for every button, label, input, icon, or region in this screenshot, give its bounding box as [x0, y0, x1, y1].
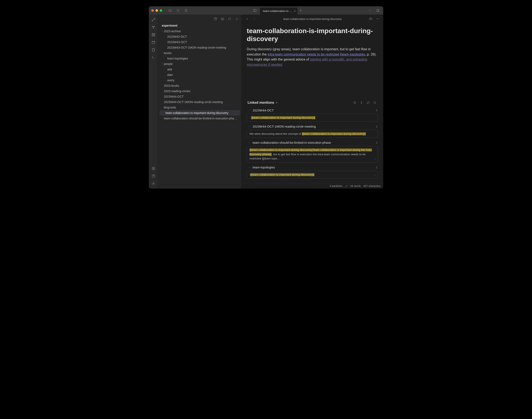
file-item[interactable]: 2023W42-OCT: [158, 34, 242, 39]
mention-group-header[interactable]: team-topologies1: [247, 164, 378, 170]
tree-item-label: ada: [167, 68, 172, 71]
mention-group: 2023W44-OCT-1MON-reading-circle-meeting1…: [247, 123, 378, 138]
file-item[interactable]: 2023W44-OCT: [158, 94, 242, 99]
nav-forward-button[interactable]: [252, 16, 257, 21]
main-panel: team-collaboration-is-important-during-d…: [242, 15, 383, 189]
right-sidebar-toggle-icon[interactable]: [375, 8, 381, 13]
file-item[interactable]: ada: [158, 67, 242, 72]
mention-highlight: [[team-collaboration-is-important-during…: [251, 116, 315, 119]
canvas-icon[interactable]: [150, 31, 157, 38]
svg-point-16: [153, 183, 154, 184]
mention-source-label: 2023W44-OCT: [253, 108, 274, 112]
mention-group-header[interactable]: team-collaboration-should-be-limited-in-…: [247, 140, 378, 146]
vault-switcher-icon[interactable]: [167, 8, 173, 13]
file-item[interactable]: 2023W44-OCT-1MON-reading-circle-meeting: [158, 99, 242, 105]
tree-item-label: 2023W44-OCT: [164, 95, 184, 98]
mention-text: -: [249, 116, 251, 119]
tab-list-dropdown-icon[interactable]: [367, 8, 373, 13]
note-path[interactable]: team-collaboration-is-important-during-d…: [259, 17, 366, 21]
note-header: team-collaboration-is-important-during-d…: [242, 15, 383, 23]
chevron-down-icon[interactable]: [160, 30, 164, 32]
file-item[interactable]: 2023-books: [158, 83, 242, 88]
folder-item[interactable]: books: [158, 50, 242, 56]
unlinked-mentions-header[interactable]: Unlinked mentions: [247, 180, 378, 183]
search-mentions-icon[interactable]: [372, 100, 377, 105]
sidebar-header: [158, 15, 242, 23]
show-context-icon[interactable]: [352, 100, 357, 105]
daily-note-icon[interactable]: [150, 39, 157, 46]
file-item[interactable]: avery: [158, 78, 242, 83]
file-item[interactable]: 2023W43-OCT: [158, 39, 242, 45]
quick-switcher-icon[interactable]: [150, 16, 157, 23]
settings-icon[interactable]: [150, 180, 157, 187]
vault-icon[interactable]: [150, 165, 157, 172]
svg-point-21: [374, 102, 376, 104]
note-body[interactable]: team-collaboration-is-important-during-d…: [242, 23, 383, 183]
chevron-down-icon[interactable]: [247, 142, 251, 144]
chevron-down-icon[interactable]: [160, 63, 164, 65]
left-sidebar-toggle-icon[interactable]: [252, 8, 258, 13]
mention-group: team-topologies1![[team-collaboration-is…: [247, 164, 378, 179]
svg-rect-17: [214, 18, 217, 20]
chevron-down-icon[interactable]: [160, 52, 164, 54]
mention-snippet[interactable]: We were discussing about the concept of …: [247, 130, 378, 138]
new-note-icon[interactable]: [213, 16, 218, 22]
mention-snippet[interactable]: - [[team-collaboration-is-important-duri…: [247, 114, 378, 122]
reading-view-icon[interactable]: [368, 16, 373, 21]
folder-item[interactable]: 2023-archive: [158, 28, 242, 34]
nav-back-button[interactable]: [245, 16, 250, 21]
linked-mentions-header[interactable]: Linked mentions 4: [247, 99, 378, 106]
templates-icon[interactable]: [150, 47, 157, 53]
file-item[interactable]: team-collaboration-is-important-during-d…: [160, 110, 240, 116]
chevron-down-icon[interactable]: [247, 166, 251, 169]
mention-group-header[interactable]: 2023W44-OCT1: [247, 107, 378, 113]
status-backlinks[interactable]: 4 backlinks: [330, 184, 343, 187]
mention-snippet[interactable]: ![[team-collaboration-is-important-durin…: [247, 171, 378, 179]
search-icon[interactable]: [175, 8, 181, 13]
mention-group-header[interactable]: 2023W44-OCT-1MON-reading-circle-meeting1: [247, 123, 378, 130]
mention-count: 1: [376, 141, 377, 144]
chevron-down-icon[interactable]: [247, 109, 251, 111]
folder-item[interactable]: people: [158, 61, 242, 67]
close-window-button[interactable]: [151, 9, 154, 12]
new-folder-icon[interactable]: [220, 16, 225, 22]
note-text: (: [339, 52, 341, 56]
tree-item-label: team-topologies: [167, 57, 188, 60]
new-tab-button[interactable]: +: [297, 9, 304, 12]
bookmark-icon[interactable]: [183, 8, 189, 13]
mention-source-label: 2023W44-OCT-1MON-reading-circle-meeting: [253, 125, 316, 128]
chevron-down-icon[interactable]: [374, 157, 376, 161]
tree-item-label: team-collaboration-is-important-during-d…: [164, 111, 228, 115]
edit-icon: [345, 184, 348, 187]
tab-close-icon[interactable]: ×: [294, 9, 296, 13]
svg-rect-10: [152, 41, 155, 44]
file-item[interactable]: team-topologies: [158, 56, 242, 61]
mention-snippet[interactable]: [[team-collaboration-is-important-during…: [247, 146, 378, 163]
svg-point-14: [153, 168, 154, 169]
collapse-all-icon[interactable]: [234, 16, 239, 22]
file-item[interactable]: 2023W43-OCT-1MON-reading-circle-meeting: [158, 45, 242, 50]
file-item[interactable]: team-collaboration-should-be-limited-in-…: [158, 116, 242, 121]
note-content[interactable]: During discovery (gray areas), team coll…: [247, 47, 378, 67]
tree-item-label: 2023W42-OCT: [167, 35, 187, 38]
chevron-down-icon[interactable]: [374, 173, 376, 178]
sort-order-icon[interactable]: [359, 100, 364, 105]
link-intra-team[interactable]: intra-team communication needs to be res…: [268, 52, 339, 56]
chevron-down-icon[interactable]: [247, 126, 251, 128]
file-item[interactable]: alan: [158, 72, 242, 78]
minimize-window-button[interactable]: [156, 9, 158, 12]
sort-icon[interactable]: [227, 16, 232, 22]
graph-view-icon[interactable]: [150, 24, 157, 31]
tab-active[interactable]: team-collaboration-is-im… ×: [260, 8, 297, 15]
file-item[interactable]: 2023-reading-circles: [158, 88, 242, 94]
tree-item-label: avery: [167, 79, 174, 82]
link-team-topologies[interactable]: team-topologies: [341, 52, 365, 56]
app-body: experiment 2023-archive2023W42-OCT2023W4…: [149, 15, 383, 189]
help-icon[interactable]: [150, 173, 157, 179]
command-palette-icon[interactable]: [150, 54, 157, 61]
maximize-window-button[interactable]: [160, 9, 162, 12]
note-title[interactable]: team-collaboration-is-important-during-d…: [247, 27, 378, 43]
more-options-icon[interactable]: [375, 16, 380, 21]
change-sort-icon[interactable]: [366, 100, 371, 105]
file-item[interactable]: blog-todo: [158, 105, 242, 110]
